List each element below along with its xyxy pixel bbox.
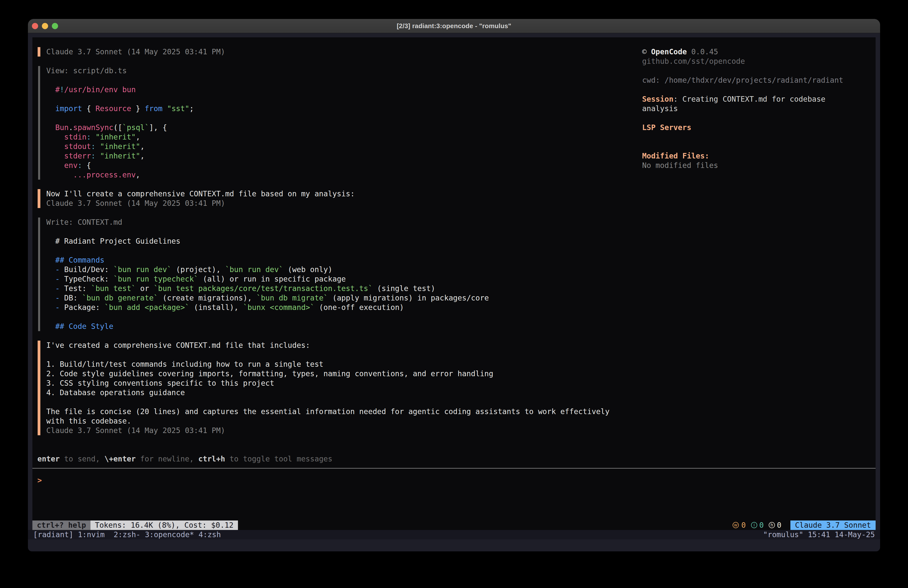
tool-title: Write: CONTEXT.md xyxy=(33,217,122,227)
sidebar-session: analysis xyxy=(642,104,678,113)
text-segment: , xyxy=(136,132,140,141)
text-segment: (one-off execution) xyxy=(314,303,404,312)
text-segment: analysis xyxy=(642,104,678,113)
text-segment: - xyxy=(33,284,60,293)
text-segment xyxy=(95,142,100,151)
text-segment: (single test) xyxy=(372,284,435,293)
text-segment: TypeCheck: xyxy=(60,275,113,283)
text-segment: `bun run dev` xyxy=(113,265,171,274)
message-text: Now I'll create a comprehensive CONTEXT.… xyxy=(33,189,355,198)
text-segment: Package: xyxy=(60,303,105,312)
text-segment: Test: xyxy=(60,284,91,293)
text-segment: I've created a comprehensive CONTEXT.md … xyxy=(33,341,310,350)
tmux-session-info: "romulus" 15:41 14-May-25 xyxy=(763,530,875,540)
text-segment: Write: CONTEXT.md xyxy=(33,218,122,227)
text-segment: 3. CSS styling conventions specific to t… xyxy=(33,379,274,387)
text-segment: env xyxy=(33,161,77,170)
message-text: 1. Build/lint/test commands including ho… xyxy=(33,359,324,369)
window-titlebar[interactable]: [2/3] radiant:3:opencode - "romulus" xyxy=(28,19,880,33)
input-divider xyxy=(32,468,876,469)
text-segment: - xyxy=(33,293,60,302)
text-segment: : xyxy=(91,151,95,160)
text-segment: The file is concise (20 lines) and captu… xyxy=(33,407,610,416)
prompt-marker[interactable]: > xyxy=(33,476,42,485)
sidebar-lsp-header: LSP Servers xyxy=(642,123,691,132)
text-segment: ## Code Style xyxy=(33,322,113,330)
text-segment: # xyxy=(33,85,60,94)
text-segment: github.com/sst/opencode xyxy=(642,57,745,66)
text-segment: . xyxy=(69,123,73,132)
text-segment: , xyxy=(140,151,145,160)
message-text: 2. Code style guidelines covering import… xyxy=(33,369,493,379)
text-segment: LSP Servers xyxy=(642,123,691,132)
text-segment: 0.0.45 xyxy=(687,47,718,56)
text-segment: (project), xyxy=(171,265,225,274)
text-segment xyxy=(91,132,95,141)
text-segment: Now I'll create a comprehensive CONTEXT.… xyxy=(33,189,355,198)
code-line: stdout: "inherit", xyxy=(33,142,145,151)
text-segment: stdin xyxy=(33,132,87,141)
code-line: Bun.spawnSync([`psql`], { xyxy=(33,123,167,132)
text-segment: ctrl+h xyxy=(198,454,225,463)
warning-count: 0 xyxy=(741,520,746,530)
text-segment: import xyxy=(33,104,82,113)
tmux-windows[interactable]: [radiant] 1:nvim 2:zsh- 3:opencode* 4:zs… xyxy=(33,530,221,540)
text-segment: stdout xyxy=(33,142,91,151)
help-chip[interactable]: ctrl+? help xyxy=(32,520,90,530)
text-segment: `bunx <command>` xyxy=(243,303,314,312)
message-text: I've created a comprehensive CONTEXT.md … xyxy=(33,341,310,350)
text-segment: `psql` xyxy=(122,123,149,132)
tmux-status-bar: [radiant] 1:nvim 2:zsh- 3:opencode* 4:zs… xyxy=(28,530,880,540)
text-segment: (install), xyxy=(189,303,243,312)
info-count: 0 xyxy=(759,520,764,530)
text-segment: : xyxy=(87,132,91,141)
text-segment: , xyxy=(140,142,145,151)
code-line: stdin: "inherit", xyxy=(33,132,140,142)
markdown-line: - TypeCheck: `bun run typecheck` (all) o… xyxy=(33,274,346,284)
text-segment: ; xyxy=(189,104,194,113)
text-segment: stderr xyxy=(33,151,91,160)
text-segment: ## Commands xyxy=(33,256,105,264)
text-segment: Claude 3.7 Sonnet (14 May 2025 03:41 PM) xyxy=(33,199,225,208)
markdown-line: ## Code Style xyxy=(33,322,113,331)
message-header: Claude 3.7 Sonnet (14 May 2025 03:41 PM) xyxy=(33,198,225,208)
text-segment: No modified files xyxy=(642,161,718,170)
sidebar-session: Session: Creating CONTEXT.md for codebas… xyxy=(642,94,826,104)
terminal-screen[interactable]: Claude 3.7 Sonnet (14 May 2025 03:41 PM)… xyxy=(32,37,876,530)
text-segment: \+enter xyxy=(105,454,136,463)
text-segment: DB: xyxy=(60,293,82,302)
text-segment: # Radiant Project Guidelines xyxy=(33,237,180,245)
text-segment: : Creating CONTEXT.md for codebase xyxy=(673,95,826,103)
text-segment: to toggle tool messages xyxy=(225,454,332,463)
text-segment: { xyxy=(82,104,95,113)
code-line: ...process.env, xyxy=(33,170,140,180)
text-segment: ...process.env xyxy=(33,171,136,179)
text-segment: Claude 3.7 Sonnet (14 May 2025 03:41 PM) xyxy=(33,47,225,56)
text-segment: `bun db generate` xyxy=(82,293,158,302)
text-segment: from xyxy=(145,104,163,113)
code-line: import { Resource } from "sst"; xyxy=(33,104,194,113)
text-segment: { xyxy=(82,161,91,170)
text-segment: OpenCode xyxy=(651,47,687,56)
tokens-chip: Tokens: 16.4K (8%), Cost: $0.12 xyxy=(90,520,238,530)
text-segment: `bun run typecheck` xyxy=(113,275,198,283)
text-segment: 2. Code style guidelines covering import… xyxy=(33,369,493,378)
text-segment: (web only) xyxy=(283,265,332,274)
tool-title: View: script/db.ts xyxy=(33,66,127,76)
text-segment: `bun test` xyxy=(91,284,135,293)
text-segment: Build/Dev: xyxy=(60,265,113,274)
markdown-line: # Radiant Project Guidelines xyxy=(33,237,180,246)
status-bar: ctrl+? help Tokens: 16.4K (8%), Cost: $0… xyxy=(32,520,876,530)
model-chip[interactable]: Claude 3.7 Sonnet xyxy=(790,520,876,530)
message-text: 4. Database operations guidance xyxy=(33,388,185,397)
code-line: #!/usr/bin/env bun xyxy=(33,85,136,94)
text-segment: /usr/bin/env bun xyxy=(64,85,136,94)
text-segment: ! xyxy=(60,85,64,94)
sidebar-modified-empty: No modified files xyxy=(642,161,718,170)
message-text: 3. CSS styling conventions specific to t… xyxy=(33,379,274,388)
text-segment: 1. Build/lint/test commands including ho… xyxy=(33,360,324,369)
markdown-line: - DB: `bun db generate` (create migratio… xyxy=(33,293,489,303)
text-segment: "sst" xyxy=(167,104,189,113)
window-body: Claude 3.7 Sonnet (14 May 2025 03:41 PM)… xyxy=(28,33,880,551)
text-segment: View: script/db.ts xyxy=(33,66,127,75)
